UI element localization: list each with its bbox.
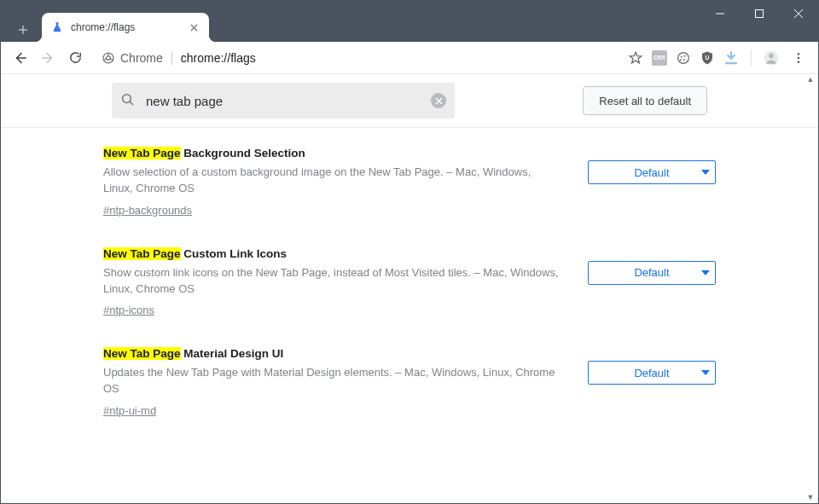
flag-description: Updates the New Tab Page with Material D… bbox=[103, 365, 562, 397]
scroll-down-arrow[interactable]: ▼ bbox=[806, 493, 815, 501]
flag-item: New Tab Page Custom Link Icons Show cust… bbox=[103, 247, 716, 317]
extension-shield-icon[interactable]: U bbox=[700, 50, 715, 66]
svg-point-6 bbox=[683, 59, 685, 61]
svg-point-3 bbox=[678, 52, 689, 63]
select-value: Default bbox=[634, 166, 669, 179]
tab-strip: chrome://flags bbox=[1, 1, 209, 42]
window-titlebar: chrome://flags bbox=[1, 1, 818, 42]
flask-icon bbox=[50, 20, 64, 34]
flags-search-box[interactable] bbox=[112, 83, 455, 119]
url-text: chrome://flags bbox=[181, 51, 256, 65]
select-value: Default bbox=[634, 266, 669, 279]
minimize-button[interactable] bbox=[700, 1, 740, 26]
site-chip-label: Chrome bbox=[120, 51, 163, 65]
page-content: Reset all to default New Tab Page Backgr… bbox=[2, 74, 817, 502]
svg-point-13 bbox=[798, 61, 800, 63]
svg-text:U: U bbox=[706, 55, 710, 61]
close-window-button[interactable] bbox=[779, 1, 818, 26]
flag-anchor-link[interactable]: #ntp-icons bbox=[103, 304, 154, 316]
svg-point-2 bbox=[107, 55, 111, 60]
flag-state-select[interactable]: Default bbox=[588, 261, 716, 285]
flag-title: New Tab Page Custom Link Icons bbox=[103, 247, 562, 260]
svg-point-10 bbox=[769, 53, 773, 57]
flag-title: New Tab Page Background Selection bbox=[103, 147, 562, 159]
flag-state-select[interactable]: Default bbox=[588, 160, 716, 184]
new-tab-button[interactable] bbox=[11, 18, 35, 42]
chrome-page-icon bbox=[102, 51, 115, 65]
extension-download-icon[interactable] bbox=[723, 50, 739, 66]
site-chip: Chrome bbox=[102, 51, 172, 65]
flag-anchor-link[interactable]: #ntp-ui-md bbox=[103, 404, 156, 417]
address-bar[interactable]: Chrome chrome://flags bbox=[95, 46, 621, 70]
flag-item: New Tab Page Material Design UI Updates … bbox=[103, 347, 716, 417]
extension-icons: CRX U bbox=[628, 50, 739, 66]
profile-avatar-icon[interactable] bbox=[758, 45, 784, 71]
flag-title: New Tab Page Material Design UI bbox=[103, 347, 562, 360]
select-value: Default bbox=[634, 367, 669, 379]
reset-all-label: Reset all to default bbox=[599, 95, 691, 107]
chevron-down-icon bbox=[701, 170, 710, 175]
flag-description: Allow selection of a custom background i… bbox=[103, 165, 562, 197]
svg-point-7 bbox=[680, 59, 682, 61]
browser-tab[interactable]: chrome://flags bbox=[42, 13, 209, 42]
svg-point-11 bbox=[798, 53, 800, 55]
extension-crx-icon[interactable]: CRX bbox=[652, 50, 667, 66]
search-icon bbox=[120, 92, 136, 110]
svg-point-4 bbox=[681, 55, 682, 57]
menu-button[interactable] bbox=[786, 45, 811, 71]
flag-description: Show custom link icons on the New Tab Pa… bbox=[103, 265, 562, 298]
svg-rect-0 bbox=[756, 10, 764, 18]
reload-button[interactable] bbox=[62, 45, 88, 71]
clear-search-icon[interactable] bbox=[431, 93, 446, 108]
tab-close-icon[interactable] bbox=[187, 20, 200, 34]
svg-point-14 bbox=[123, 94, 131, 102]
browser-toolbar: Chrome chrome://flags CRX U bbox=[1, 42, 818, 74]
flag-anchor-link[interactable]: #ntp-backgrounds bbox=[103, 204, 192, 217]
flags-search-input[interactable] bbox=[144, 93, 431, 109]
reset-all-button[interactable]: Reset all to default bbox=[583, 86, 707, 115]
chevron-down-icon bbox=[701, 270, 710, 275]
flags-list: New Tab Page Background Selection Allow … bbox=[103, 128, 716, 482]
svg-point-12 bbox=[798, 56, 800, 59]
svg-point-5 bbox=[684, 55, 686, 56]
window-controls bbox=[700, 1, 818, 26]
scroll-up-arrow[interactable]: ▲ bbox=[806, 75, 815, 84]
toolbar-divider bbox=[751, 49, 752, 67]
back-button[interactable] bbox=[8, 45, 33, 71]
flag-state-select[interactable]: Default bbox=[588, 361, 716, 385]
maximize-button[interactable] bbox=[740, 1, 779, 26]
forward-button[interactable] bbox=[35, 45, 61, 71]
tab-title: chrome://flags bbox=[71, 21, 187, 33]
bookmark-star-icon[interactable] bbox=[628, 50, 643, 66]
extension-cookie-icon[interactable] bbox=[676, 50, 691, 66]
flag-item: New Tab Page Background Selection Allow … bbox=[103, 147, 716, 217]
chevron-down-icon bbox=[701, 370, 710, 375]
